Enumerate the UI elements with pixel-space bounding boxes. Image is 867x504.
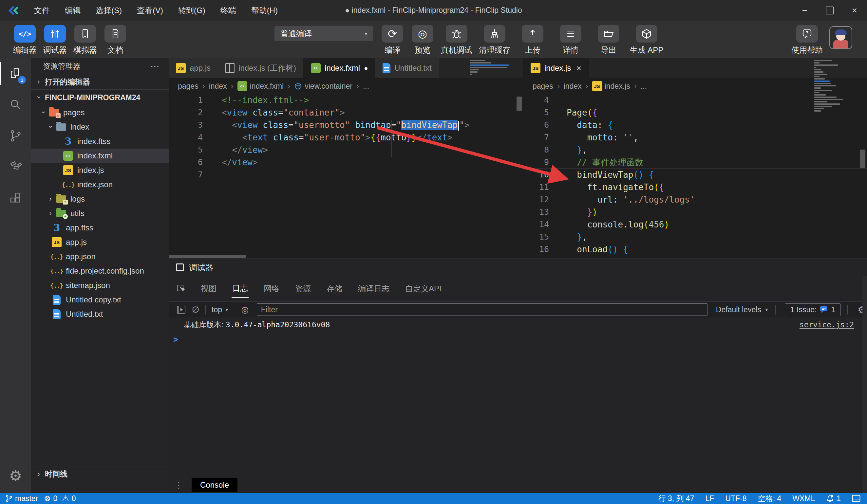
action-refresh-button[interactable]: ⟳编译 xyxy=(377,25,407,55)
breadcrumb-item-view.container[interactable]: view.container xyxy=(294,82,352,91)
action-folderx-button[interactable]: 导出 xyxy=(593,25,624,55)
menu-查看V[interactable]: 查看(V) xyxy=(132,3,168,18)
menu-编辑[interactable]: 编辑 xyxy=(60,3,86,18)
timeline-section[interactable]: › 时间线 xyxy=(31,466,169,482)
horizontal-scrollbar[interactable] xyxy=(169,255,246,258)
status-item-2[interactable]: UTF-8 xyxy=(725,494,747,503)
action-box-button[interactable]: 生成 APP xyxy=(631,25,662,55)
maximize-button[interactable] xyxy=(817,0,842,21)
action-lines-button[interactable]: 详情 xyxy=(556,25,586,55)
code-line-7[interactable]: 7 xyxy=(169,168,523,181)
eye-icon[interactable]: ◎ xyxy=(238,305,252,315)
action-broom-button[interactable]: 清理缓存 xyxy=(480,25,510,55)
debugger-tab-网络[interactable]: 网络 xyxy=(263,280,280,297)
code-line-1[interactable]: 1<!--index.ftml--> xyxy=(169,94,523,106)
tree-item-app.js[interactable]: JSapp.js xyxy=(31,235,169,249)
breadcrumb-item-pages[interactable]: pages xyxy=(533,82,553,91)
debugger-tab-自定义API[interactable]: 自定义API xyxy=(405,280,442,297)
status-item-4[interactable]: WXML xyxy=(792,494,815,503)
filter-input[interactable] xyxy=(257,303,707,316)
code-line-3[interactable]: 3 <view class="usermotto" bindtap="bindV… xyxy=(169,119,523,131)
code-line-6[interactable]: 6 data: { xyxy=(523,119,867,131)
status-item-0[interactable]: 行 3, 列 47 xyxy=(659,494,694,504)
close-button[interactable]: × xyxy=(842,0,867,21)
breadcrumb-item-index[interactable]: index xyxy=(209,82,227,91)
help-button[interactable]: ?使用帮助 xyxy=(792,25,822,55)
code-editor-js[interactable]: 45Page({6 data: {7 motto: '',8 },9 // 事件… xyxy=(523,94,867,255)
minimap-left[interactable] xyxy=(470,60,513,75)
tree-item-pages[interactable]: ›‹›pages xyxy=(31,106,169,120)
menu-帮助H[interactable]: 帮助(H) xyxy=(246,3,283,18)
breadcrumb-item-index.js[interactable]: JSindex.js xyxy=(592,81,630,91)
activity-components[interactable] xyxy=(0,151,31,182)
console-sidebar-icon[interactable] xyxy=(174,305,188,315)
tree-item-index.json[interactable]: {..}index.json xyxy=(31,177,169,192)
minimap-right[interactable] xyxy=(814,60,854,112)
tree-item-index.fxml[interactable]: ‹›index.fxml xyxy=(31,149,169,163)
problems-item[interactable]: ⊗ 0 ⚠ 0 xyxy=(44,494,76,503)
code-line-10[interactable]: 10 bindViewTap() { xyxy=(523,168,867,181)
debugger-tab-日志[interactable]: 日志 xyxy=(232,280,249,298)
activity-source-control[interactable] xyxy=(0,120,31,151)
tree-item-index.js[interactable]: JSindex.js xyxy=(31,163,169,177)
activity-search[interactable] xyxy=(0,89,31,120)
settings-gear-icon[interactable]: ⚙ xyxy=(0,464,31,487)
menu-转到G[interactable]: 转到(G) xyxy=(173,3,211,18)
tree-item-sitemap.json[interactable]: {..}sitemap.json xyxy=(31,278,169,293)
tree-item-logs[interactable]: ›≡logs xyxy=(31,192,169,206)
breadcrumb-item-...[interactable]: ... xyxy=(641,82,647,91)
minimize-button[interactable]: − xyxy=(792,0,817,21)
compile-mode-select[interactable]: 普通编译 ▼ xyxy=(275,26,373,41)
tree-item-fide.project.config.json[interactable]: {..}fide.project.config.json xyxy=(31,264,169,278)
tab-index.fxml[interactable]: ‹›index.fxml● xyxy=(304,58,375,78)
user-avatar[interactable] xyxy=(829,26,852,49)
code-line-14[interactable]: 14 console.log(456) xyxy=(523,218,867,231)
code-line-13[interactable]: 13 }) xyxy=(523,206,867,218)
tree-item-index[interactable]: ›index xyxy=(31,120,169,134)
status-item-1[interactable]: LF xyxy=(706,494,714,503)
action-upload-button[interactable]: 上传 xyxy=(517,25,548,55)
mode-docpage-button[interactable]: 文档 xyxy=(100,25,130,55)
code-line-11[interactable]: 11 ft.navigateTo({ xyxy=(523,181,867,194)
open-editors-section[interactable]: › 打开的编辑器 xyxy=(31,74,169,90)
breadcrumb-item-index.fxml[interactable]: ‹›index.fxml xyxy=(237,81,284,91)
tree-item-app.ftss[interactable]: 3app.ftss xyxy=(31,221,169,235)
code-line-6[interactable]: 6</view> xyxy=(169,156,523,168)
notifications-item[interactable]: 1 xyxy=(826,494,841,503)
mode-sliders-button[interactable]: 调试器 xyxy=(40,25,70,55)
log-levels-dropdown[interactable]: Default levels ▼ xyxy=(716,305,769,314)
git-branch-item[interactable]: master xyxy=(5,494,38,503)
menu-选择S[interactable]: 选择(S) xyxy=(90,3,127,18)
explorer-more-icon[interactable]: ⋯ xyxy=(150,61,160,72)
breadcrumb-item-index[interactable]: index xyxy=(564,82,582,91)
breadcrumb-item-pages[interactable]: pages xyxy=(178,82,199,91)
tab-Untitled.txt[interactable]: Untitled.txt xyxy=(375,58,439,78)
code-line-5[interactable]: 5 </view> xyxy=(169,144,523,156)
mode-phone-button[interactable]: 模拟器 xyxy=(70,25,100,55)
tab-index.js-(工作树)[interactable]: index.js (工作树) xyxy=(218,58,304,78)
layout-panel-icon[interactable] xyxy=(852,495,860,502)
code-line-16[interactable]: 16 onLoad() { xyxy=(523,243,867,255)
debugger-tab-存储[interactable]: 存储 xyxy=(326,280,343,297)
inspect-cursor-icon[interactable] xyxy=(176,284,186,294)
tab-index.js[interactable]: JSindex.js× xyxy=(523,58,589,78)
tree-item-Untitled copy.txt[interactable]: Untitled copy.txt xyxy=(31,293,169,307)
activity-extensions[interactable] xyxy=(0,182,31,213)
code-line-2[interactable]: 2<view class="container"> xyxy=(169,106,523,119)
close-icon[interactable]: × xyxy=(576,63,581,73)
code-line-15[interactable]: 15 }, xyxy=(523,231,867,243)
kebab-menu-icon[interactable]: ⋮ xyxy=(174,480,183,490)
action-target-button[interactable]: ◎预览 xyxy=(407,25,438,55)
project-root-section[interactable]: › FINCLIP-MINIPROGRAM24 xyxy=(31,90,169,106)
debugger-tab-编译日志[interactable]: 编译日志 xyxy=(357,280,390,297)
debugger-tab-视图[interactable]: 视图 xyxy=(200,280,217,297)
log-source-link[interactable]: service.js:2 xyxy=(800,320,854,329)
breadcrumb-item-...[interactable]: ... xyxy=(363,82,369,91)
console-prompt-row[interactable]: > xyxy=(169,332,867,347)
vertical-scrollbar[interactable] xyxy=(516,97,522,111)
context-dropdown[interactable]: top ▼ xyxy=(208,305,232,314)
breadcrumb-left[interactable]: pages›index›‹›index.fxml›view.container›… xyxy=(169,78,523,94)
clear-console-icon[interactable]: ∅ xyxy=(188,305,203,315)
menu-终端[interactable]: 终端 xyxy=(215,3,242,18)
tree-item-app.json[interactable]: {..}app.json xyxy=(31,249,169,264)
